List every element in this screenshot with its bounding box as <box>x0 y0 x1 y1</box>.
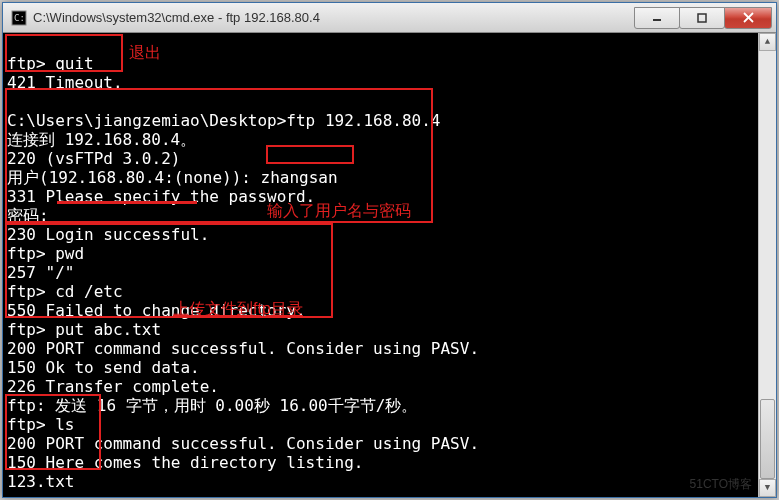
terminal-line: 123.txt <box>7 472 74 491</box>
terminal-line: ftp> quit <box>7 54 94 73</box>
terminal-line: ftp: 发送 16 字节，用时 0.00秒 16.00千字节/秒。 <box>7 396 417 415</box>
terminal-line: 密码: <box>7 206 49 225</box>
cmd-icon: C: <box>11 10 27 26</box>
terminal-line: 257 "/" <box>7 263 74 282</box>
terminal-output[interactable]: ftp> quit 421 Timeout. C:\Users\jiangzem… <box>3 33 776 500</box>
terminal-line: 226 Transfer complete. <box>7 377 219 396</box>
terminal-line: 150 Ok to send data. <box>7 358 200 377</box>
window-controls <box>635 7 772 29</box>
terminal-line: 150 Here comes the directory listing. <box>7 453 363 472</box>
scroll-thumb[interactable] <box>760 399 775 479</box>
terminal-line: 用户(192.168.80.4:(none)): zhangsan <box>7 168 338 187</box>
terminal-line: 230 Login successful. <box>7 225 209 244</box>
titlebar[interactable]: C: C:\Windows\system32\cmd.exe - ftp 192… <box>3 3 776 33</box>
terminal-line: 连接到 192.168.80.4。 <box>7 130 196 149</box>
terminal-line: 220 (vsFTPd 3.0.2) <box>7 149 180 168</box>
scroll-down-button[interactable]: ▼ <box>759 479 776 497</box>
maximize-button[interactable] <box>679 7 725 29</box>
terminal-line: 550 Failed to change directory. <box>7 301 306 320</box>
terminal-line: 421 Timeout. <box>7 73 123 92</box>
terminal-line: ftp> put abc.txt <box>7 320 161 339</box>
terminal-line: ftp> cd /etc <box>7 282 123 301</box>
terminal-line: 200 PORT command successful. Consider us… <box>7 339 479 358</box>
svg-rect-3 <box>698 14 706 22</box>
watermark: 51CTO博客 <box>690 476 752 493</box>
vertical-scrollbar[interactable]: ▲ ▼ <box>758 33 776 497</box>
terminal-line: C:\Users\jiangzemiao\Desktop>ftp 192.168… <box>7 111 440 130</box>
terminal-line: 200 PORT command successful. Consider us… <box>7 434 479 453</box>
window-title: C:\Windows\system32\cmd.exe - ftp 192.16… <box>33 10 635 25</box>
scroll-track[interactable] <box>759 51 776 479</box>
annotation-box-username <box>266 145 354 164</box>
terminal-line: ftp> pwd <box>7 244 84 263</box>
svg-text:C:: C: <box>14 13 25 23</box>
minimize-button[interactable] <box>634 7 680 29</box>
scroll-up-button[interactable]: ▲ <box>759 33 776 51</box>
cmd-window: C: C:\Windows\system32\cmd.exe - ftp 192… <box>2 2 777 498</box>
close-button[interactable] <box>724 7 772 29</box>
annotation-text-quit: 退出 <box>129 43 161 62</box>
terminal-line: ftp> ls <box>7 415 74 434</box>
annotation-password-line <box>57 201 197 204</box>
